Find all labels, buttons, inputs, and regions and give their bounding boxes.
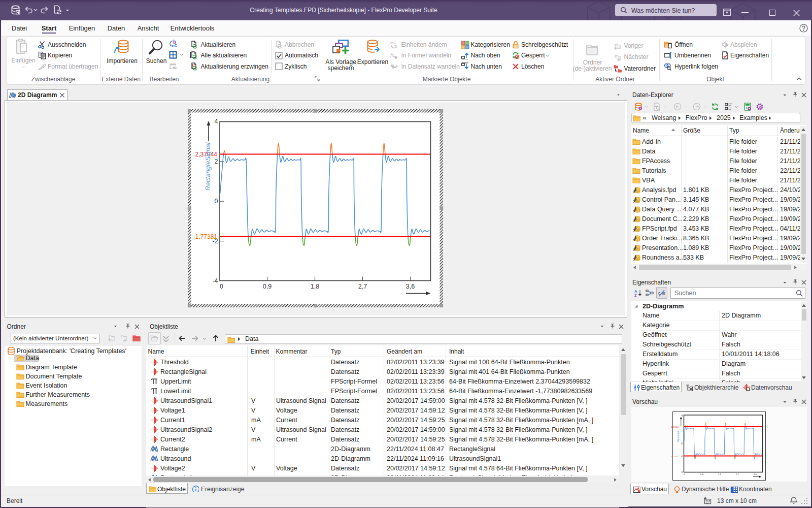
svg-text:2,7: 2,7 xyxy=(736,473,739,475)
svg-text:0: 0 xyxy=(684,473,685,475)
svg-text:2,37044: 2,37044 xyxy=(671,426,679,428)
svg-text:3,6: 3,6 xyxy=(754,473,757,475)
svg-text:-2: -2 xyxy=(681,455,683,457)
svg-text:0,8: 0,8 xyxy=(700,473,703,475)
svg-text:-4: -4 xyxy=(681,471,683,473)
svg-text:-1,77381: -1,77381 xyxy=(670,455,679,458)
svg-text:1,8: 1,8 xyxy=(718,473,721,475)
svg-text:4: 4 xyxy=(681,415,683,417)
svg-text:0: 0 xyxy=(681,442,683,445)
svg-text:Rectangle...: Rectangle... xyxy=(676,428,680,442)
